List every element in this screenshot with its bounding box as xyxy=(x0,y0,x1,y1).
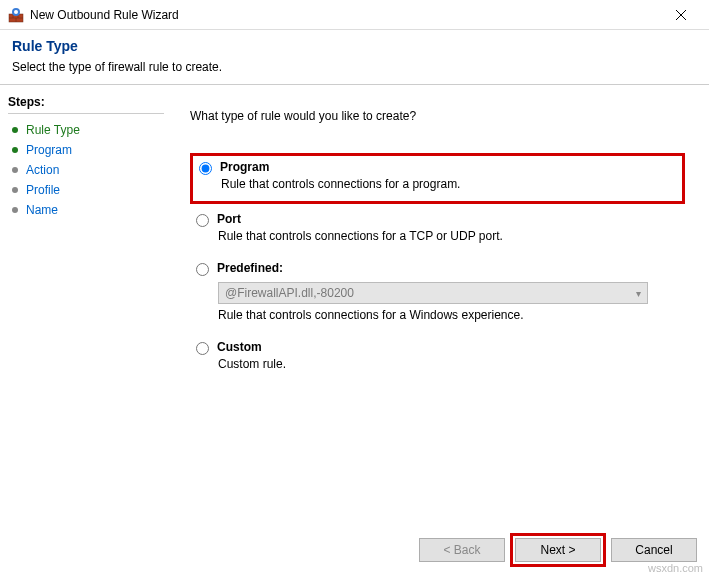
bullet-icon xyxy=(12,167,18,173)
step-program[interactable]: Program xyxy=(8,140,164,160)
step-label: Rule Type xyxy=(26,123,80,137)
steps-panel: Steps: Rule Type Program Action Profile … xyxy=(0,85,172,525)
option-label: Predefined: xyxy=(217,261,283,275)
step-profile[interactable]: Profile xyxy=(8,180,164,200)
option-predefined[interactable]: Predefined: @FirewallAPI.dll,-80200 ▾ Ru… xyxy=(190,257,685,332)
steps-title: Steps: xyxy=(8,95,164,109)
svg-point-6 xyxy=(14,10,18,14)
page-subtitle: Select the type of firewall rule to crea… xyxy=(12,60,697,74)
radio-port[interactable] xyxy=(196,214,209,227)
option-desc: Rule that controls connections for a Win… xyxy=(218,308,679,322)
option-desc: Rule that controls connections for a TCP… xyxy=(218,229,679,243)
window-title: New Outbound Rule Wizard xyxy=(30,8,661,22)
titlebar: New Outbound Rule Wizard xyxy=(0,0,709,30)
close-button[interactable] xyxy=(661,1,701,29)
option-desc: Custom rule. xyxy=(218,357,679,371)
page-title: Rule Type xyxy=(12,38,697,54)
bullet-icon xyxy=(12,187,18,193)
option-label: Custom xyxy=(217,340,262,354)
prompt-text: What type of rule would you like to crea… xyxy=(190,109,685,123)
next-button[interactable]: Next > xyxy=(515,538,601,562)
step-label: Profile xyxy=(26,183,60,197)
radio-program[interactable] xyxy=(199,162,212,175)
option-custom[interactable]: Custom Custom rule. xyxy=(190,336,685,381)
close-icon xyxy=(676,10,686,20)
predefined-dropdown[interactable]: @FirewallAPI.dll,-80200 ▾ xyxy=(218,282,648,304)
step-label: Action xyxy=(26,163,59,177)
steps-divider xyxy=(8,113,164,114)
radio-predefined[interactable] xyxy=(196,263,209,276)
option-program[interactable]: Program Rule that controls connections f… xyxy=(190,153,685,204)
option-label: Program xyxy=(220,160,269,174)
step-name[interactable]: Name xyxy=(8,200,164,220)
main-panel: What type of rule would you like to crea… xyxy=(172,85,709,525)
chevron-down-icon: ▾ xyxy=(636,288,641,299)
dropdown-value: @FirewallAPI.dll,-80200 xyxy=(225,286,354,300)
bullet-icon xyxy=(12,127,18,133)
cancel-button[interactable]: Cancel xyxy=(611,538,697,562)
option-desc: Rule that controls connections for a pro… xyxy=(221,177,676,191)
step-action[interactable]: Action xyxy=(8,160,164,180)
wizard-header: Rule Type Select the type of firewall ru… xyxy=(0,30,709,84)
option-label: Port xyxy=(217,212,241,226)
wizard-footer: < Back Next > Cancel xyxy=(419,538,697,562)
firewall-icon xyxy=(8,7,24,23)
option-port[interactable]: Port Rule that controls connections for … xyxy=(190,208,685,253)
wizard-body: Steps: Rule Type Program Action Profile … xyxy=(0,85,709,525)
watermark: wsxdn.com xyxy=(648,562,703,574)
bullet-icon xyxy=(12,147,18,153)
step-label: Name xyxy=(26,203,58,217)
step-label: Program xyxy=(26,143,72,157)
radio-custom[interactable] xyxy=(196,342,209,355)
step-rule-type[interactable]: Rule Type xyxy=(8,120,164,140)
back-button[interactable]: < Back xyxy=(419,538,505,562)
bullet-icon xyxy=(12,207,18,213)
